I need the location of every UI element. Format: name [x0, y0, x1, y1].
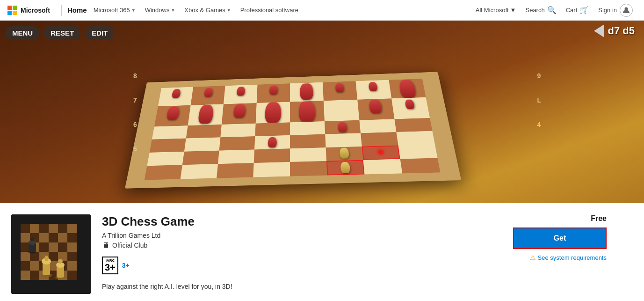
- svg-rect-19: [67, 242, 77, 252]
- svg-rect-11: [49, 233, 58, 242]
- product-developer: A Trillion Games Ltd: [102, 232, 502, 239]
- nav-divider: [61, 5, 62, 16]
- chevron-down-icon: ▼: [227, 8, 231, 13]
- official-club-label: Official Club: [112, 242, 147, 249]
- product-description: Play against the right A.I. level for yo…: [102, 283, 502, 290]
- monitor-icon: 🖥: [102, 241, 109, 250]
- product-actions: Free Get ⚠ See system requirements: [513, 214, 607, 261]
- nav-professional[interactable]: Professional software: [236, 0, 303, 21]
- rating-age-label: 3+: [122, 262, 130, 269]
- svg-rect-12: [58, 233, 67, 242]
- microsoft-wordmark[interactable]: Microsoft: [21, 7, 50, 14]
- official-club: 🖥 Official Club: [102, 241, 502, 250]
- search-icon: 🔍: [547, 6, 557, 15]
- iarc-badge: IARC 3+: [102, 257, 118, 274]
- rating-box: IARC 3+ 3+: [102, 257, 130, 274]
- svg-rect-26: [21, 261, 30, 271]
- nav-windows[interactable]: Windows ▼: [140, 0, 180, 21]
- svg-rect-42: [43, 257, 49, 259]
- product-title: 3D Chess Game: [102, 214, 502, 229]
- chevron-down-icon: ▼: [131, 8, 136, 13]
- svg-rect-4: [39, 224, 49, 233]
- svg-point-50: [30, 237, 34, 241]
- nav-items: Microsoft 365 ▼ Windows ▼ Xbox & Games ▼…: [89, 0, 303, 21]
- product-section: 3D Chess Game A Trillion Games Ltd 🖥 Off…: [0, 203, 644, 301]
- warning-icon: ⚠: [530, 254, 536, 261]
- svg-rect-3: [30, 224, 39, 233]
- chevron-down-icon: ▼: [510, 7, 516, 14]
- system-requirements-link[interactable]: ⚠ See system requirements: [513, 254, 607, 261]
- svg-rect-20: [21, 252, 30, 261]
- game-hero-banner: 8 7 6 5 9 L 4 MENU RESET EDIT d7 d5: [0, 21, 644, 203]
- svg-rect-8: [21, 233, 30, 242]
- svg-rect-31: [67, 261, 77, 271]
- nav-search-button[interactable]: Search 🔍: [521, 6, 560, 15]
- svg-rect-25: [67, 252, 77, 261]
- thumbnail-chess-svg: [11, 214, 91, 294]
- navigation-bar: Microsoft Home Microsoft 365 ▼ Windows ▼…: [0, 0, 644, 21]
- product-price: Free: [513, 214, 607, 223]
- microsoft-logo[interactable]: Microsoft: [7, 6, 50, 15]
- iarc-number: 3+: [105, 262, 116, 272]
- svg-rect-16: [39, 242, 49, 252]
- nav-ms365[interactable]: Microsoft 365 ▼: [89, 0, 140, 21]
- svg-rect-18: [58, 242, 67, 252]
- svg-rect-6: [58, 224, 67, 233]
- product-thumbnail: [11, 214, 91, 294]
- move-coordinates: d7 d5: [608, 25, 635, 37]
- nav-signin-button[interactable]: Sign in: [594, 4, 637, 17]
- nav-cart-button[interactable]: Cart 🛒: [562, 6, 593, 15]
- nav-right-actions: All Microsoft ▼ Search 🔍 Cart 🛒 Sign in: [472, 4, 637, 17]
- svg-rect-33: [30, 271, 39, 280]
- nav-all-microsoft[interactable]: All Microsoft ▼: [472, 7, 520, 14]
- cart-icon: 🛒: [579, 6, 589, 15]
- svg-rect-13: [67, 233, 77, 242]
- get-button[interactable]: Get: [513, 228, 607, 249]
- move-indicator: d7 d5: [594, 24, 635, 37]
- svg-rect-32: [21, 271, 30, 280]
- product-info: 3D Chess Game A Trillion Games Ltd 🖥 Off…: [102, 214, 502, 290]
- svg-rect-27: [30, 261, 39, 271]
- reset-button[interactable]: RESET: [44, 26, 80, 40]
- svg-point-46: [58, 259, 63, 264]
- svg-rect-7: [67, 224, 77, 233]
- game-overlay: MENU RESET EDIT d7 d5: [0, 21, 644, 203]
- svg-rect-37: [67, 271, 77, 280]
- chevron-down-icon: ▼: [171, 8, 175, 13]
- thumbnail-inner: [11, 214, 91, 294]
- svg-rect-2: [21, 224, 30, 233]
- edit-button[interactable]: EDIT: [85, 26, 114, 40]
- svg-rect-10: [39, 233, 49, 242]
- nav-home-link[interactable]: Home: [67, 6, 87, 14]
- avatar-icon: [620, 4, 633, 17]
- svg-rect-5: [49, 224, 58, 233]
- game-controls: MENU RESET EDIT: [6, 26, 114, 40]
- nav-xbox[interactable]: Xbox & Games ▼: [180, 0, 235, 21]
- move-arrow-icon: [594, 24, 604, 37]
- svg-rect-17: [49, 242, 58, 252]
- menu-button[interactable]: MENU: [6, 26, 39, 40]
